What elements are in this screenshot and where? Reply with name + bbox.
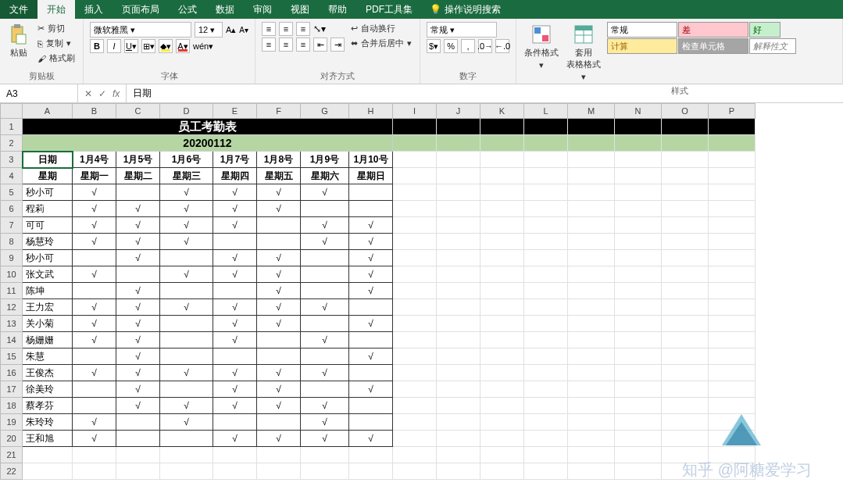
row-head[interactable]: 4 — [1, 168, 23, 184]
cell[interactable]: √ — [213, 266, 257, 283]
menu-tab-7[interactable]: 帮助 — [319, 0, 356, 19]
row-head[interactable]: 15 — [1, 349, 23, 365]
cell[interactable]: √ — [73, 217, 116, 234]
cell[interactable] — [301, 381, 349, 398]
cell[interactable] — [709, 152, 755, 168]
cell[interactable] — [568, 135, 615, 152]
cell[interactable] — [349, 463, 393, 480]
cell[interactable]: √ — [160, 365, 213, 381]
col-head-L[interactable]: L — [524, 104, 568, 119]
cell[interactable]: √ — [257, 250, 301, 266]
cell[interactable] — [615, 431, 662, 447]
cell[interactable]: √ — [116, 201, 160, 217]
cell[interactable] — [437, 135, 480, 152]
dec-decimal-icon[interactable]: ←.0 — [495, 39, 509, 53]
cell[interactable] — [662, 184, 709, 201]
cell[interactable]: √ — [213, 250, 257, 266]
cell[interactable] — [437, 201, 480, 217]
cell-name[interactable]: 可可 — [23, 217, 73, 234]
col-head-A[interactable]: A — [23, 104, 73, 119]
cell[interactable] — [301, 463, 349, 480]
cell[interactable] — [524, 414, 568, 431]
cell[interactable]: √ — [160, 299, 213, 316]
cell[interactable] — [301, 447, 349, 463]
cell[interactable] — [568, 398, 615, 414]
cell[interactable] — [662, 250, 709, 266]
cell[interactable] — [615, 447, 662, 463]
cell-name[interactable]: 张文武 — [23, 266, 73, 283]
cell[interactable] — [568, 365, 615, 381]
row-head[interactable]: 5 — [1, 184, 23, 201]
cell[interactable]: √ — [160, 266, 213, 283]
col-head-P[interactable]: P — [709, 104, 755, 119]
cell-name[interactable]: 关小菊 — [23, 316, 73, 332]
cell[interactable] — [160, 381, 213, 398]
cell[interactable] — [480, 152, 524, 168]
cell[interactable] — [524, 184, 568, 201]
menu-tab-6[interactable]: 视图 — [281, 0, 319, 19]
cell[interactable]: √ — [213, 299, 257, 316]
cell[interactable] — [349, 414, 393, 431]
inc-decimal-icon[interactable]: .0→ — [478, 39, 492, 53]
cell[interactable] — [662, 447, 709, 463]
cell[interactable] — [213, 447, 257, 463]
cell[interactable]: √ — [301, 398, 349, 414]
cell[interactable]: √ — [73, 266, 116, 283]
cell[interactable] — [257, 217, 301, 234]
cell[interactable] — [709, 349, 755, 365]
cell-day-7[interactable]: 星期日 — [349, 168, 393, 184]
align-bot-icon[interactable]: ≡ — [296, 22, 310, 36]
menu-tab-0[interactable]: 开始 — [38, 0, 75, 19]
cell[interactable] — [615, 168, 662, 184]
cell[interactable]: √ — [349, 250, 393, 266]
cell[interactable]: √ — [257, 365, 301, 381]
cell[interactable] — [437, 250, 480, 266]
cell[interactable] — [662, 316, 709, 332]
cell[interactable] — [393, 184, 437, 201]
cell-name[interactable]: 杨姗姗 — [23, 332, 73, 349]
cell[interactable]: √ — [213, 381, 257, 398]
cell[interactable] — [349, 365, 393, 381]
cell[interactable] — [662, 332, 709, 349]
cell[interactable] — [393, 332, 437, 349]
border-button[interactable]: ⊞▾ — [141, 39, 155, 53]
menu-tab-1[interactable]: 插入 — [75, 0, 113, 19]
cell[interactable]: √ — [73, 299, 116, 316]
merge-center-button[interactable]: ⬌合并后居中▾ — [349, 37, 413, 50]
paste-button[interactable]: 粘贴 — [6, 22, 31, 60]
cell[interactable] — [709, 316, 755, 332]
cell[interactable] — [480, 332, 524, 349]
align-top-icon[interactable]: ≡ — [262, 22, 276, 36]
font-name-select[interactable]: 微软雅黑 ▾ — [90, 22, 191, 38]
cell-date-5[interactable]: 1月8号 — [257, 152, 301, 168]
cell-day-0[interactable]: 星期 — [23, 168, 73, 184]
menu-tab-8[interactable]: PDF工具集 — [356, 0, 422, 19]
cell[interactable] — [393, 299, 437, 316]
name-box[interactable]: A3 — [0, 84, 78, 103]
cell[interactable] — [349, 201, 393, 217]
cell[interactable]: √ — [257, 431, 301, 447]
cell[interactable]: √ — [73, 201, 116, 217]
style-check[interactable]: 检查单元格 — [678, 38, 748, 54]
subtitle-cell[interactable]: 20200112 — [23, 135, 393, 152]
cell[interactable]: √ — [349, 316, 393, 332]
cell[interactable] — [393, 266, 437, 283]
cell[interactable] — [301, 349, 349, 365]
cancel-fx-icon[interactable]: ✕ — [84, 88, 92, 99]
cell[interactable] — [160, 283, 213, 299]
cell[interactable] — [524, 299, 568, 316]
cell[interactable] — [116, 431, 160, 447]
cell[interactable] — [301, 283, 349, 299]
cell[interactable] — [73, 349, 116, 365]
cell[interactable] — [23, 447, 73, 463]
cell[interactable] — [480, 414, 524, 431]
menu-tab-4[interactable]: 数据 — [206, 0, 244, 19]
cell[interactable] — [568, 431, 615, 447]
cell[interactable] — [301, 316, 349, 332]
cell[interactable] — [393, 152, 437, 168]
cell-name[interactable]: 陈坤 — [23, 283, 73, 299]
cell[interactable] — [568, 168, 615, 184]
cell[interactable] — [73, 381, 116, 398]
cell[interactable] — [709, 168, 755, 184]
cell[interactable] — [568, 299, 615, 316]
